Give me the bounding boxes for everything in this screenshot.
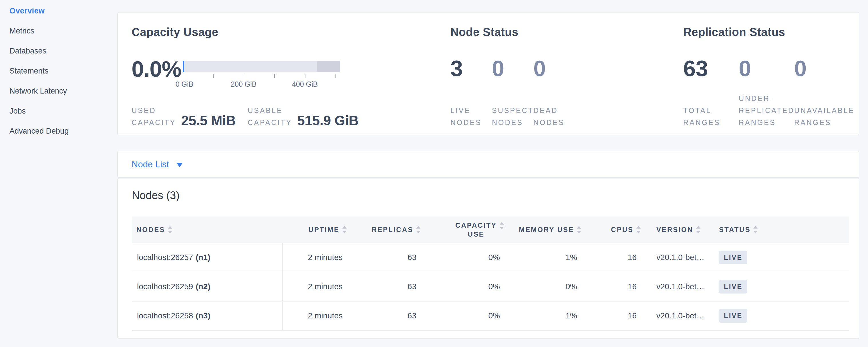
- status-badge: LIVE: [719, 251, 747, 264]
- column-header-uptime[interactable]: UPTIME: [283, 217, 349, 243]
- sidebar-item-network-latency[interactable]: Network Latency: [9, 86, 67, 96]
- status-cell: LIVE: [715, 243, 849, 272]
- capacity-use-cell: 0%: [423, 302, 507, 330]
- under-replicated-ranges-count: 0: [739, 56, 794, 82]
- unavailable-ranges-count: 0: [794, 56, 850, 82]
- column-header-version[interactable]: VERSION: [644, 217, 715, 243]
- sidebar-item-metrics[interactable]: Metrics: [9, 26, 34, 36]
- node-address-cell: localhost:26257(n1): [132, 243, 283, 272]
- replication-status-title: Replication Status: [683, 26, 785, 39]
- axis-label-400: 400 GiB: [292, 80, 318, 88]
- uptime-cell: 2 minutes: [283, 302, 349, 330]
- under-replicated-ranges-label: UNDER-REPLICATEDRANGES: [739, 92, 794, 128]
- total-ranges-count: 63: [683, 56, 739, 82]
- usable-capacity-value: 515.9 GiB: [297, 113, 359, 128]
- replicas-cell: 63: [349, 243, 423, 272]
- cpus-cell: 16: [584, 272, 644, 301]
- cpus-cell: 16: [584, 243, 644, 272]
- suspect-nodes-label: SUSPECTNODES: [492, 104, 533, 128]
- capacity-axis-labels: 0 GiB 200 GiB 400 GiB: [183, 80, 340, 89]
- sort-icon[interactable]: [696, 226, 701, 233]
- sort-icon[interactable]: [637, 226, 641, 233]
- capacity-stats: USED CAPACITY 25.5 MiB USABLE CAPACITY 5…: [131, 104, 359, 128]
- chevron-down-icon[interactable]: [177, 163, 183, 167]
- replicas-cell: 63: [349, 302, 423, 330]
- dead-nodes-label: DEADNODES: [533, 104, 575, 128]
- uptime-cell: 2 minutes: [283, 243, 349, 272]
- nodes-table: NODES UPTIME REPLICAS CAPACITYUSE MEMORY…: [132, 217, 849, 331]
- memory-use-cell: 1%: [507, 243, 584, 272]
- column-header-status[interactable]: STATUS: [715, 217, 849, 243]
- version-cell: v20.1.0-bet…: [644, 272, 715, 301]
- sidebar: Overview Metrics Databases Statements Ne…: [0, 0, 116, 347]
- sidebar-item-statements[interactable]: Statements: [9, 66, 49, 76]
- capacity-usage-section: Capacity Usage 0.0% 0 GiB 200 GiB 400 Gi…: [131, 12, 451, 135]
- version-cell: v20.1.0-bet…: [644, 302, 715, 330]
- sidebar-item-jobs[interactable]: Jobs: [9, 106, 26, 116]
- column-header-capacity-use[interactable]: CAPACITYUSE: [423, 217, 507, 243]
- capacity-use-cell: 0%: [423, 243, 507, 272]
- nodes-table-card: Nodes (3) NODES UPTIME REPLICAS CAPACITY…: [117, 178, 860, 339]
- capacity-axis-ticks: [183, 74, 340, 78]
- version-cell: v20.1.0-bet…: [644, 243, 715, 272]
- axis-label-0: 0 GiB: [176, 80, 194, 88]
- column-header-memory-use[interactable]: MEMORY USE: [507, 217, 584, 243]
- cpus-cell: 16: [584, 302, 644, 330]
- sidebar-item-databases[interactable]: Databases: [9, 46, 46, 56]
- capacity-bar-reserved-segment: [317, 61, 340, 72]
- column-header-cpus[interactable]: CPUS: [584, 217, 644, 243]
- live-nodes-count: 3: [451, 56, 492, 82]
- column-header-replicas[interactable]: REPLICAS: [349, 217, 423, 243]
- node-address-cell: localhost:26259(n2): [132, 272, 283, 301]
- live-nodes-label: LIVENODES: [451, 104, 492, 128]
- node-list-dropdown[interactable]: Node List: [118, 151, 859, 177]
- sidebar-item-overview[interactable]: Overview: [9, 6, 44, 16]
- column-header-nodes[interactable]: NODES: [132, 217, 283, 243]
- suspect-nodes-count: 0: [492, 56, 533, 82]
- replication-status-section: Replication Status 63 0 0 TOTALRANGES UN…: [683, 12, 858, 135]
- used-capacity-value: 25.5 MiB: [181, 113, 236, 128]
- capacity-usage-title: Capacity Usage: [131, 26, 218, 39]
- dead-nodes-count: 0: [533, 56, 575, 82]
- status-cell: LIVE: [715, 272, 849, 301]
- node-status-section: Node Status 3 0 0 LIVENODES SUSPECTNODES…: [451, 12, 679, 135]
- sort-icon[interactable]: [753, 226, 757, 233]
- node-list-dropdown-card: Node List: [117, 151, 860, 178]
- status-cell: LIVE: [715, 302, 849, 330]
- table-row: localhost:26259(n2) 2 minutes 63 0% 0% 1…: [132, 272, 849, 302]
- uptime-cell: 2 minutes: [283, 272, 349, 301]
- sidebar-item-advanced-debug[interactable]: Advanced Debug: [9, 126, 69, 136]
- capacity-bar-chart: 0 GiB 200 GiB 400 GiB: [183, 61, 340, 89]
- capacity-bar-used-segment: [183, 61, 184, 72]
- memory-use-cell: 0%: [507, 272, 584, 301]
- unavailable-ranges-label: UNAVAILABLERANGES: [794, 104, 855, 128]
- node-address-cell: localhost:26258(n3): [132, 302, 283, 330]
- total-ranges-label: TOTALRANGES: [683, 104, 739, 128]
- sort-icon[interactable]: [500, 222, 504, 229]
- table-row: localhost:26257(n1) 2 minutes 63 0% 1% 1…: [132, 243, 849, 272]
- nodes-table-header: NODES UPTIME REPLICAS CAPACITYUSE MEMORY…: [132, 217, 849, 243]
- nodes-table-title: Nodes (3): [132, 189, 180, 202]
- capacity-used-percent: 0.0%: [131, 56, 181, 82]
- table-row: localhost:26258(n3) 2 minutes 63 0% 1% 1…: [132, 302, 849, 331]
- sort-icon[interactable]: [416, 226, 421, 233]
- status-badge: LIVE: [719, 309, 747, 323]
- axis-label-200: 200 GiB: [231, 80, 256, 88]
- cluster-summary-card: Capacity Usage 0.0% 0 GiB 200 GiB 400 Gi…: [117, 12, 860, 135]
- sort-icon[interactable]: [342, 226, 347, 233]
- sort-icon[interactable]: [168, 226, 172, 233]
- capacity-bar: [183, 61, 340, 72]
- node-list-label[interactable]: Node List: [131, 159, 169, 170]
- used-capacity-label: USED CAPACITY: [131, 104, 176, 128]
- status-badge: LIVE: [719, 280, 747, 293]
- capacity-use-cell: 0%: [423, 272, 507, 301]
- node-status-title: Node Status: [451, 26, 519, 39]
- sort-icon[interactable]: [577, 226, 581, 233]
- replicas-cell: 63: [349, 272, 423, 301]
- memory-use-cell: 1%: [507, 302, 584, 330]
- usable-capacity-label: USABLE CAPACITY: [248, 104, 292, 128]
